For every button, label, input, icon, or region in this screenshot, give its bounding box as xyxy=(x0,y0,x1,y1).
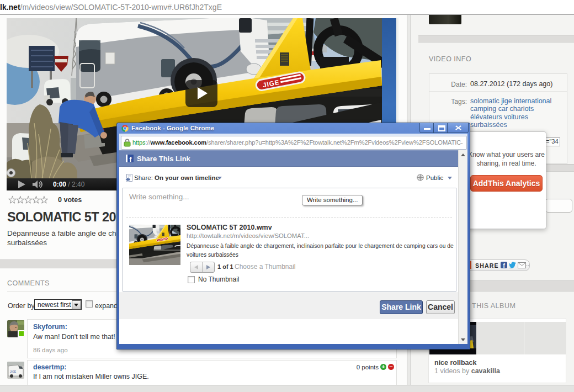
svg-text:JIGE: JIGE xyxy=(10,370,17,373)
